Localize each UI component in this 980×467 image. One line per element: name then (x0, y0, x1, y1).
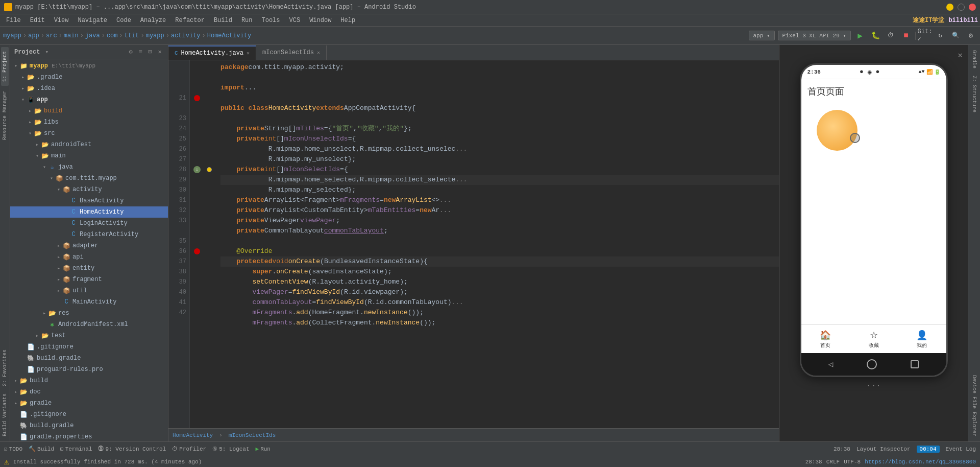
tab-mIconSelectIds[interactable]: mIconSelectIds ✕ (256, 45, 327, 60)
terminal-tool[interactable]: ⊡ Terminal (60, 446, 92, 452)
bc-activity[interactable]: activity (171, 32, 201, 39)
tree-item-idea[interactable]: ▸ 📂 .idea (10, 83, 168, 94)
menu-window[interactable]: Window (305, 16, 335, 25)
profile-button[interactable]: ⏱ (885, 30, 897, 42)
tree-item-build-gradle[interactable]: ▸ 🐘 build.gradle (10, 353, 168, 364)
menu-run[interactable]: Run (237, 16, 257, 25)
tab-close-mIconSelectIds[interactable]: ✕ (317, 50, 320, 56)
bc-ttit[interactable]: ttit (125, 32, 139, 39)
git-icon[interactable]: Git: ✓ (919, 30, 931, 42)
tab-homeactivity-bottom[interactable]: HomeActivity (173, 432, 213, 438)
logcat-tool[interactable]: ⑤ 5: Logcat (212, 446, 249, 452)
build-tool[interactable]: 🔨 Build (29, 446, 54, 452)
favorites-tab[interactable]: 2: Favorites (1, 346, 9, 389)
tree-item-entity[interactable]: ▸ 📦 entity (10, 263, 168, 274)
run-config-button[interactable]: app ▾ (749, 31, 775, 40)
tree-item-gitignore-top[interactable]: ▸ 📄 .gitignore (10, 409, 168, 420)
phone-back-btn[interactable]: ◁ (828, 359, 834, 369)
tree-item-libs[interactable]: ▸ 📂 libs (10, 116, 168, 128)
search-everywhere-button[interactable]: 🔍 (949, 30, 962, 42)
tree-item-main[interactable]: ▾ 📂 main (10, 150, 168, 161)
tree-item-baseactivity[interactable]: ▸ C BaseActivity (10, 195, 168, 206)
event-log-btn[interactable]: Event Log (946, 446, 976, 452)
tab-close-homeactivity[interactable]: ✕ (247, 50, 250, 56)
tree-item-adapter[interactable]: ▸ 📦 adapter (10, 240, 168, 251)
sync-button[interactable]: ↻ (934, 30, 946, 42)
run-button[interactable]: ▶ (854, 30, 866, 42)
menu-code[interactable]: Code (112, 16, 135, 25)
gradle-tab[interactable]: Gradle (970, 47, 978, 72)
phone-nav-collect[interactable]: ☆ 收藏 (849, 330, 898, 349)
close-panel-icon[interactable]: ✕ (156, 48, 164, 56)
tree-item-build-gradle-top[interactable]: ▸ 🐘 build.gradle (10, 420, 168, 431)
tree-item-registeractivity[interactable]: ▸ C RegisterActivity (10, 229, 168, 240)
device-file-explorer-tab[interactable]: Device File Explorer (970, 372, 978, 439)
tree-item-res[interactable]: ▸ 📂 res (10, 308, 168, 319)
gutter-icon-28[interactable]: ↓ (193, 166, 201, 173)
bc-main[interactable]: main (64, 32, 79, 39)
tree-item-manifest[interactable]: ▸ ✱ AndroidManifest.xml (10, 319, 168, 330)
breakpoint-36[interactable] (194, 248, 200, 254)
bc-com[interactable]: com (107, 32, 118, 39)
tree-item-proguard[interactable]: ▸ 📄 proguard-rules.pro (10, 364, 168, 375)
collapse-all-icon[interactable]: ⊟ (146, 48, 154, 56)
status-url[interactable]: https://blog.csdn.net/qq_33608800 (865, 459, 976, 465)
menu-help[interactable]: Help (336, 16, 359, 25)
timer-badge[interactable]: 00:04 (917, 446, 940, 453)
minimize-button[interactable] (946, 4, 953, 11)
tree-item-com-ttit[interactable]: ▾ 📦 com.ttit.myapp (10, 173, 168, 184)
version-control-tool[interactable]: ⓽ 9: Version Control (98, 446, 166, 452)
structure-tab[interactable]: Z: Structure (970, 73, 978, 115)
bc-src[interactable]: src (46, 32, 57, 39)
menu-vcs[interactable]: VCS (285, 16, 305, 25)
menu-navigate[interactable]: Navigate (74, 16, 111, 25)
stop-button[interactable]: ■ (900, 30, 912, 42)
phone-nav-home[interactable]: 🏠 首页 (801, 330, 850, 349)
tree-item-util[interactable]: ▸ 📦 util (10, 285, 168, 296)
tab-mIconSelectIds-bottom[interactable]: mIconSelectIds (229, 432, 276, 438)
menu-tools[interactable]: Tools (258, 16, 284, 25)
bc-myapp[interactable]: myapp (3, 32, 21, 39)
bc-homeactivity[interactable]: HomeActivity (207, 32, 251, 39)
gear-settings-icon[interactable]: ⚙ (127, 48, 135, 56)
tree-item-androidtest[interactable]: ▸ 📂 androidTest (10, 139, 168, 150)
tree-item-fragment[interactable]: ▸ 📦 fragment (10, 274, 168, 285)
tree-item-test[interactable]: ▸ 📂 test (10, 330, 168, 341)
phone-recents-btn[interactable] (911, 360, 919, 368)
debug-button[interactable]: 🐛 (869, 30, 881, 42)
tree-item-myapp[interactable]: ▾ 📁 myapp E:\ttit\myapp (10, 60, 168, 72)
resource-manager-tab[interactable]: Resource Manager (1, 87, 9, 144)
tree-item-src[interactable]: ▾ 📂 src (10, 128, 168, 139)
tree-item-gitignore[interactable]: ▸ 📄 .gitignore (10, 341, 168, 353)
maximize-button[interactable] (958, 4, 965, 11)
tree-item-java[interactable]: ▾ ☕ java (10, 161, 168, 173)
tree-item-activity-pkg[interactable]: ▾ 📦 activity (10, 184, 168, 195)
settings-button[interactable]: ⚙ (965, 30, 977, 42)
tree-item-gradle[interactable]: ▸ 📂 .gradle (10, 72, 168, 83)
bc-app[interactable]: app (28, 32, 39, 39)
profiler-tool[interactable]: ⏱ Profiler (172, 446, 206, 452)
tree-item-gradle-props[interactable]: ▸ 📄 gradle.properties (10, 431, 168, 441)
tree-item-build-folder[interactable]: ▸ 📂 build (10, 105, 168, 116)
layout-inspector-btn[interactable]: Layout Inspector (856, 446, 911, 452)
todo-tool[interactable]: ☑ TODO (4, 446, 22, 452)
tree-item-mainactivity[interactable]: ▸ C MainActivity (10, 296, 168, 308)
tree-item-homeactivity[interactable]: ▸ C HomeActivity (10, 206, 168, 218)
phone-home-btn[interactable] (867, 359, 877, 369)
tree-item-loginactivity[interactable]: ▸ C LoginActivity (10, 218, 168, 229)
code-editor[interactable]: package com.ttit.myapp.activity; import … (214, 60, 779, 428)
phone-nav-mine[interactable]: 👤 我的 (898, 330, 946, 349)
close-phone-panel[interactable]: ✕ (958, 50, 963, 60)
menu-view[interactable]: View (50, 16, 73, 25)
breakpoint-21[interactable] (194, 95, 200, 101)
menu-edit[interactable]: Edit (26, 16, 49, 25)
device-selector-button[interactable]: Pixel 3 XL API 29 ▾ (778, 31, 851, 40)
build-variants-tab[interactable]: Build Variants (1, 390, 9, 439)
tab-homeactivity[interactable]: C HomeActivity.java ✕ (168, 45, 256, 60)
bc-java[interactable]: java (85, 32, 100, 39)
menu-analyze[interactable]: Analyze (136, 16, 170, 25)
tree-item-build-top[interactable]: ▸ 📂 build (10, 375, 168, 386)
tree-item-doc[interactable]: ▸ 📂 doc (10, 386, 168, 398)
menu-refactor[interactable]: Refactor (171, 16, 209, 25)
run-tool[interactable]: ▶ Run (256, 446, 271, 452)
